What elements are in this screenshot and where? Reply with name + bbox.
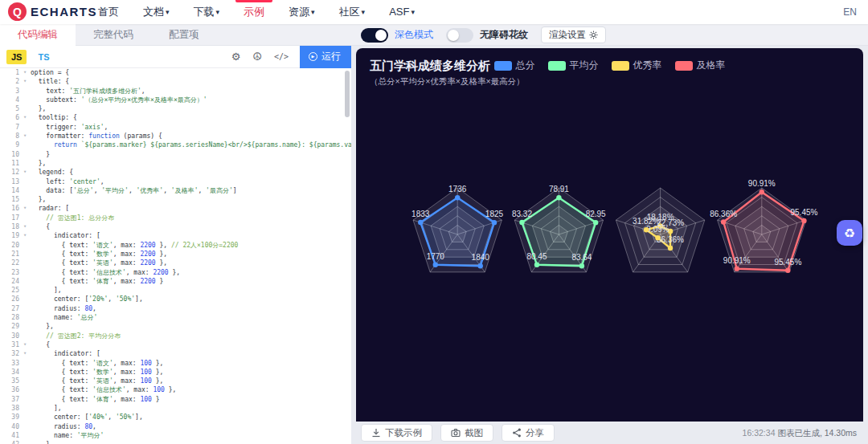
dark-mode-toggle[interactable] <box>361 28 388 43</box>
code-line: 11 }, <box>0 159 351 168</box>
run-button[interactable]: ▶ 运行 <box>300 46 351 68</box>
accessibility-pattern-label: 无障碍花纹 <box>480 28 528 42</box>
chevron-down-icon: ▾ <box>311 8 315 16</box>
svg-text:83.64: 83.64 <box>571 253 592 262</box>
editor-tabs: 代码编辑完整代码配置项 <box>0 24 217 46</box>
editor-tab-完整代码[interactable]: 完整代码 <box>76 24 151 46</box>
format-settings-icon[interactable]: ⚙ <box>231 51 241 63</box>
nav-item-下载[interactable]: 下载▾ <box>194 0 220 24</box>
nav-item-文档[interactable]: 文档▾ <box>143 0 170 24</box>
editor-tab-代码编辑[interactable]: 代码编辑 <box>0 24 76 46</box>
tab-ts[interactable]: TS <box>38 52 49 62</box>
code-line: 1▾option = { <box>0 68 351 77</box>
code-line: 30 // 雷达图2: 平均分分布 <box>0 332 351 340</box>
code-line: 7 trigger: 'axis', <box>0 123 351 132</box>
code-line: 31▾ { <box>0 340 351 349</box>
svg-text:1736: 1736 <box>448 185 467 193</box>
footer-button-label: 下载示例 <box>385 427 422 439</box>
chevron-down-icon: ▾ <box>166 8 170 16</box>
svg-text:83.32: 83.32 <box>512 210 532 218</box>
svg-text:95.45%: 95.45% <box>774 258 801 267</box>
editor-toolbar: JS TS ⚙ ☮ </> ▶ 运行 <box>0 46 351 68</box>
radar-chart-总分[interactable]: 17361825184017701833 <box>411 185 503 272</box>
echarts-logo-text: ECHARTS <box>31 5 97 18</box>
footer-buttons: 下载示例截图分享 <box>361 424 555 442</box>
chevron-down-icon: ▾ <box>216 8 220 16</box>
nav-item-资源[interactable]: 资源▾ <box>289 0 315 24</box>
code-line: 17 // 雷达图1: 总分分布 <box>0 214 351 222</box>
radar-chart-平均分[interactable]: 78.9182.9583.6480.4583.32 <box>512 185 606 272</box>
code-line: 39 center: ['40%', '50%'], <box>0 413 351 422</box>
svg-text:1770: 1770 <box>427 252 445 261</box>
download-icon <box>371 428 381 438</box>
random-theme-icon[interactable]: ☮ <box>252 51 262 63</box>
language-switch[interactable]: EN <box>843 0 857 24</box>
code-line: 3 text: '五门学科成绩多维分析', <box>0 87 351 96</box>
code-line: 36 { text: '信息技术', max: 100 }, <box>0 385 351 394</box>
svg-text:90.91%: 90.91% <box>748 179 776 188</box>
generation-time: 16:32:34 <box>743 428 776 438</box>
code-line: 20 { text: '语文', max: 2200 }, // 22人×100… <box>0 241 351 250</box>
code-line: 32▾ indicator: [ <box>0 349 351 358</box>
svg-text:80.45: 80.45 <box>526 252 547 261</box>
code-line: 27 radius: 80, <box>0 304 351 313</box>
code-line: 22 { text: '英语', max: 2200 }, <box>0 259 351 267</box>
code-editor[interactable]: 1▾option = {2▾ title: {3 text: '五门学科成绩多维… <box>0 68 351 444</box>
camera-icon <box>451 428 461 438</box>
editor-toolbar-icons: ⚙ ☮ </> <box>231 51 289 63</box>
code-line: 33 { text: '语文', max: 100 }, <box>0 359 351 368</box>
vertical-scrollbar[interactable] <box>345 71 350 117</box>
editor-tab-配置项[interactable]: 配置项 <box>151 24 217 46</box>
code-line: 34 { text: '数学', max: 100 }, <box>0 368 351 377</box>
svg-text:1840: 1840 <box>472 253 490 262</box>
code-line: 40 radius: 80, <box>0 422 351 431</box>
svg-text:90.91%: 90.91% <box>723 256 751 265</box>
code-line: 26 center: ['20%', '50%'], <box>0 295 351 303</box>
nav-menu: 首页文档▾下载▾示例资源▾社区▾ASF▾ <box>98 0 415 24</box>
screenshot-button[interactable]: 截图 <box>440 424 493 442</box>
code-line: 12▾ legend: { <box>0 168 351 177</box>
echarts-logo[interactable]: Q ECHARTS <box>8 2 97 21</box>
code-line: 28 name: '总分' <box>0 313 351 322</box>
share-button[interactable]: 分享 <box>502 424 555 442</box>
code-line: 41 name: '平均分' <box>0 431 351 440</box>
accessibility-pattern-toggle[interactable] <box>446 28 473 43</box>
code-line: 10 } <box>0 150 351 159</box>
svg-text:9.09%: 9.09% <box>646 225 669 234</box>
echarts-logo-icon: Q <box>8 2 27 21</box>
tab-js[interactable]: JS <box>6 50 27 64</box>
radar-charts-canvas[interactable]: 1736182518401770183378.9182.9583.6480.45… <box>356 48 863 422</box>
download-button[interactable]: 下载示例 <box>361 424 432 442</box>
svg-text:1825: 1825 <box>485 210 504 218</box>
radar-chart-及格率[interactable]: 90.91%95.45%95.45%90.91%86.36% <box>710 179 817 273</box>
render-settings-button[interactable]: 渲染设置 <box>541 26 606 43</box>
code-line: 2▾ title: { <box>0 77 351 86</box>
render-settings-label: 渲染设置 <box>549 29 586 41</box>
svg-text:1833: 1833 <box>411 210 430 218</box>
code-line: 18▾ { <box>0 222 351 231</box>
code-line: 29 }, <box>0 322 351 331</box>
assistant-floating-button[interactable]: ♻ <box>837 220 862 246</box>
chevron-down-icon: ▾ <box>362 8 366 16</box>
footer-button-label: 分享 <box>526 427 544 439</box>
svg-text:31.82%: 31.82% <box>633 217 660 226</box>
code-line: 9 return `${params.marker} ${params.seri… <box>0 141 351 149</box>
nav-item-首页[interactable]: 首页 <box>98 0 119 24</box>
code-lines: 1▾option = {2▾ title: {3 text: '五门学科成绩多维… <box>0 68 351 444</box>
code-line: 21 { text: '数学', max: 2200 }, <box>0 250 351 259</box>
nav-item-社区[interactable]: 社区▾ <box>339 0 366 24</box>
svg-text:36.36%: 36.36% <box>657 235 684 244</box>
top-navbar: Q ECHARTS 首页文档▾下载▾示例资源▾社区▾ASF▾ EN <box>0 0 868 24</box>
code-icon[interactable]: </> <box>274 52 289 61</box>
nav-item-ASF[interactable]: ASF▾ <box>389 0 415 24</box>
radar-chart-优秀率[interactable]: 18.18%22.73%36.36%9.09%31.82% <box>616 188 704 272</box>
svg-text:86.36%: 86.36% <box>710 210 737 218</box>
code-line: 6▾ tooltip: { <box>0 113 351 122</box>
code-line: 13 left: 'center', <box>0 177 351 186</box>
secondary-bar: 代码编辑完整代码配置项 深色模式 无障碍花纹 渲染设置 <box>0 24 868 46</box>
nav-item-示例[interactable]: 示例 <box>244 0 264 24</box>
svg-text:78.91: 78.91 <box>549 185 569 193</box>
code-line: 35 { text: '英语', max: 100 }, <box>0 377 351 385</box>
share-icon <box>512 428 522 438</box>
code-line: 24 { text: '体育', max: 2200 } <box>0 277 351 286</box>
